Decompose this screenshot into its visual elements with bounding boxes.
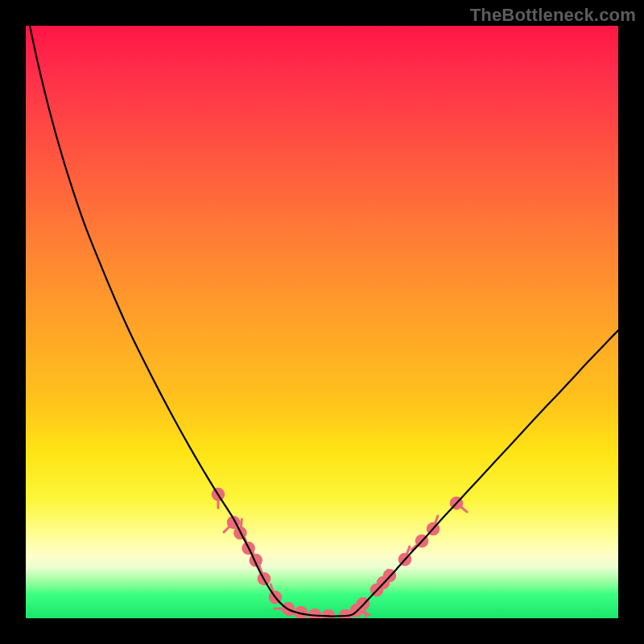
main-curve bbox=[30, 26, 618, 617]
watermark-label: TheBottleneck.com bbox=[470, 5, 636, 26]
chart-overlay-svg bbox=[26, 26, 618, 618]
marker-layer bbox=[212, 488, 467, 618]
chart-plot-area bbox=[26, 26, 618, 618]
chart-frame: TheBottleneck.com bbox=[0, 0, 644, 644]
